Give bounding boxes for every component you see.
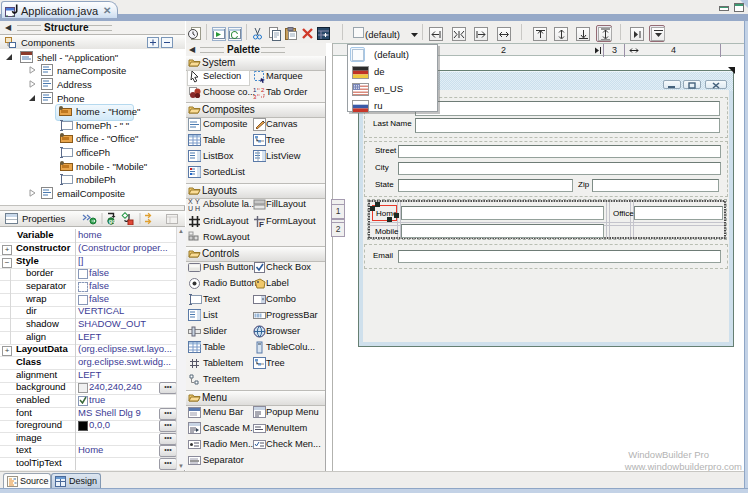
svg-text:X: X — [188, 198, 193, 205]
svg-text:U: U — [188, 205, 193, 212]
svg-text:F: F — [259, 220, 264, 229]
svg-text:1: 1 — [253, 87, 257, 93]
svg-text:3: 3 — [253, 94, 257, 100]
svg-text:Y: Y — [195, 198, 200, 205]
svg-text:H: H — [195, 205, 200, 212]
svg-text:2: 2 — [261, 87, 265, 93]
svg-text:go: go — [109, 218, 116, 224]
